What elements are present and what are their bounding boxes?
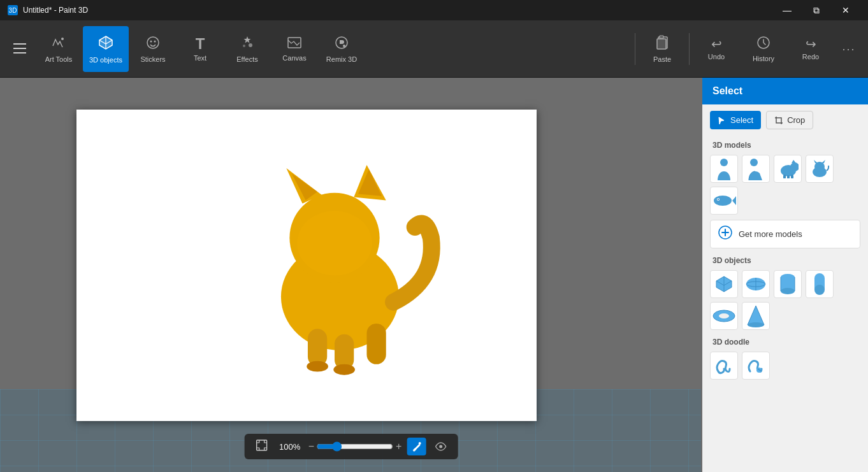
svg-rect-40 [783, 175, 786, 178]
stickers-icon [145, 35, 161, 53]
zoom-minus-button[interactable]: − [308, 441, 314, 452]
doodle-item-2[interactable] [742, 352, 770, 380]
tab-select-label: Select [730, 115, 753, 125]
tab-crop-label: Crop [787, 115, 805, 125]
section-3d-doodle-title: 3D doodle [702, 333, 868, 349]
fit-canvas-button[interactable] [252, 438, 271, 455]
history-icon [756, 36, 770, 52]
zoom-plus-button[interactable]: + [396, 441, 401, 452]
object-capsule[interactable] [806, 270, 834, 298]
model-fish[interactable] [710, 187, 738, 215]
svg-rect-26 [366, 324, 386, 364]
svg-point-35 [720, 159, 728, 166]
tab-select[interactable]: Select [710, 111, 761, 129]
toolbar-3d-objects[interactable]: 3D objects [83, 26, 129, 72]
toolbar-history[interactable]: History [741, 26, 786, 72]
model-person-side[interactable] [742, 155, 770, 183]
paste-icon [655, 35, 669, 53]
svg-point-27 [307, 361, 328, 372]
toolbar-redo[interactable]: ↪ Redo [788, 26, 834, 72]
window-title: Untitled* - Paint 3D [23, 6, 88, 15]
menu-icon [13, 42, 26, 56]
brush-mode-button[interactable] [407, 438, 426, 455]
svg-point-36 [750, 159, 758, 166]
3d-objects-label: 3D objects [89, 56, 122, 64]
svg-rect-15 [657, 39, 666, 49]
svg-point-47 [714, 196, 732, 206]
eye-button[interactable] [431, 438, 450, 455]
panel-header: Select [702, 78, 868, 104]
svg-point-6 [147, 37, 159, 48]
svg-rect-24 [308, 329, 327, 366]
svg-point-9 [249, 43, 252, 47]
doodle-item-1[interactable] [710, 352, 738, 380]
toolbar-stickers[interactable]: Stickers [130, 26, 176, 72]
get-more-models-button[interactable]: Get more models [710, 220, 860, 248]
more-icon: ··· [842, 43, 855, 55]
canvas-area[interactable]: 100% − + [0, 78, 702, 472]
toolbar-more[interactable]: ··· [835, 26, 863, 72]
toolbar-remix3d[interactable]: Remix 3D [319, 26, 365, 72]
toolbar-undo[interactable]: ↩ Undo [693, 26, 739, 72]
app-icon: 3D [8, 5, 18, 15]
svg-rect-32 [257, 440, 267, 450]
object-sphere[interactable] [742, 270, 770, 298]
svg-marker-45 [814, 160, 818, 163]
toolbar-paste[interactable]: Paste [639, 26, 685, 72]
cat-3d [217, 141, 452, 377]
svg-point-64 [748, 322, 764, 327]
3d-objects-icon [98, 34, 114, 54]
svg-point-10 [243, 45, 245, 47]
redo-label: Redo [802, 53, 819, 61]
zoom-level: 100% [277, 442, 303, 452]
canvas-white[interactable] [76, 110, 537, 421]
model-cat[interactable] [806, 155, 834, 183]
svg-point-7 [150, 40, 152, 42]
title-bar-left: 3D Untitled* - Paint 3D [8, 5, 88, 15]
tab-crop[interactable]: Crop [766, 111, 813, 129]
svg-point-34 [439, 445, 442, 448]
svg-rect-42 [791, 175, 793, 178]
toolbar-separator-1 [635, 33, 635, 65]
remix3d-icon [334, 35, 349, 53]
zoom-slider[interactable] [317, 441, 393, 452]
stickers-label: Stickers [140, 55, 165, 63]
close-button[interactable]: ✕ [831, 0, 860, 20]
svg-rect-16 [660, 36, 663, 38]
svg-marker-63 [748, 306, 764, 325]
right-panel: Select Select Crop 3D models [702, 78, 868, 472]
svg-point-58 [814, 273, 825, 283]
model-person-front[interactable] [710, 155, 738, 183]
svg-marker-39 [792, 160, 796, 163]
object-cone[interactable] [742, 302, 770, 330]
menu-button[interactable] [5, 26, 34, 72]
title-bar: 3D Untitled* - Paint 3D — ⧉ ✕ [0, 0, 868, 20]
get-more-icon [718, 225, 732, 243]
toolbar-canvas[interactable]: Canvas [271, 26, 317, 72]
toolbar-art-tools[interactable]: Art Tools [36, 26, 82, 72]
svg-text:3D: 3D [9, 7, 17, 14]
object-torus[interactable] [710, 302, 738, 330]
svg-point-44 [814, 162, 825, 172]
svg-point-13 [343, 45, 345, 47]
maximize-button[interactable]: ⧉ [802, 0, 831, 20]
svg-point-61 [719, 313, 729, 318]
object-cylinder[interactable] [774, 270, 802, 298]
minimize-button[interactable]: — [772, 0, 802, 20]
toolbar-text[interactable]: T Text [177, 26, 223, 72]
model-dog[interactable] [774, 155, 802, 183]
zoom-slider-container: − + [308, 441, 402, 452]
svg-marker-48 [732, 196, 736, 205]
effects-icon [240, 35, 255, 53]
toolbar-separator-2 [689, 33, 690, 65]
models-grid [702, 152, 868, 217]
svg-point-59 [814, 285, 825, 295]
object-cube[interactable] [710, 270, 738, 298]
section-3d-objects-title: 3D objects [702, 251, 868, 268]
main-area: 100% − + Select [0, 78, 868, 472]
doodle-grid [702, 349, 868, 382]
panel-tabs: Select Crop [702, 104, 868, 136]
toolbar-effects[interactable]: Effects [224, 26, 270, 72]
svg-rect-4 [13, 52, 26, 54]
svg-point-50 [718, 199, 719, 200]
